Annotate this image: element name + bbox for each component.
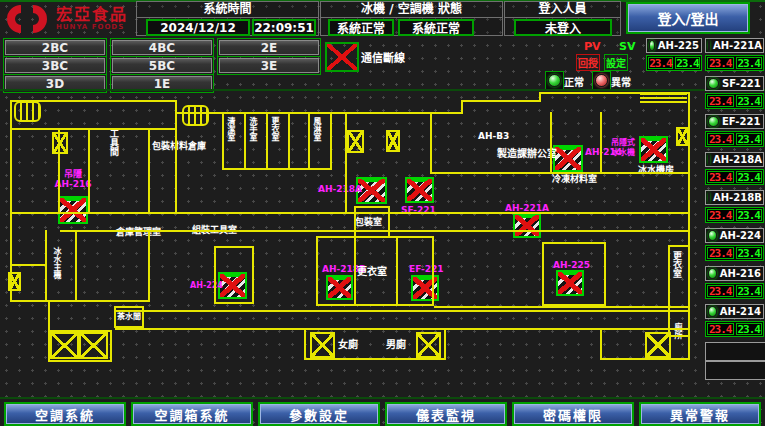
room-label-clean: 清潔室 (225, 117, 236, 159)
wall-segment (308, 112, 310, 170)
wall-segment (148, 230, 150, 302)
wall-segment (175, 112, 463, 114)
wall-segment (115, 328, 688, 330)
nav-hvac-system[interactable]: 空調系統 (6, 404, 124, 424)
nav-params-wrap: 參數設定 (258, 402, 380, 426)
floor-button-2bc[interactable]: 2BC (5, 40, 105, 55)
wall-segment (148, 128, 150, 214)
hmi-screen: 宏亞食品 HUNYA FOODS 系統時間 2024/12/12 22:09:5… (0, 0, 765, 426)
sv-name-label: 設定 (604, 54, 628, 71)
ahu-unit-chiller[interactable] (639, 136, 668, 163)
wall-segment (461, 100, 463, 114)
ahu-unit-ah-214[interactable] (553, 145, 583, 172)
wall-segment (214, 246, 216, 304)
floor-button-4bc-wrap: 4BC (110, 38, 214, 57)
wall-segment (461, 100, 541, 102)
floor-button-3bc[interactable]: 3BC (5, 58, 105, 73)
ahu-unit-ef-221[interactable] (411, 275, 439, 301)
comm-loss-label: 通信斷線 (361, 49, 405, 65)
ahu-unit-ah-216[interactable] (58, 196, 88, 224)
device-row-ah-225[interactable]: AH-225 (646, 38, 702, 53)
room-label-women-toilet: 女廁 (338, 340, 358, 350)
login-user-label: 登入人員 (505, 2, 620, 18)
device-status-led (708, 40, 710, 51)
wall-segment (541, 172, 688, 174)
ahu-unit-ah-218b[interactable] (326, 275, 353, 300)
nav-meter-monitor[interactable]: 儀表監視 (387, 404, 505, 424)
wall-segment (600, 112, 602, 174)
nav-abnormal-alarm[interactable]: 異常警報 (641, 404, 759, 424)
wall-segment (10, 212, 690, 214)
floor-button-2e[interactable]: 2E (219, 40, 319, 55)
floor-button-3e[interactable]: 3E (219, 58, 319, 73)
stair-icon (182, 105, 209, 126)
wall-segment (396, 236, 398, 306)
nav-ahu-wrap: 空調箱系統 (131, 402, 253, 426)
abnormal-label: 異常 (611, 74, 631, 89)
ahu-unit-ah-221a[interactable] (513, 213, 541, 238)
unit-label-ah-218a: AH-218A (318, 184, 362, 194)
wall-segment (600, 328, 602, 360)
roof-hatch-icon (640, 94, 687, 105)
wall-segment (668, 335, 688, 337)
wall-segment (266, 112, 268, 170)
login-user-value: 未登入 (514, 19, 612, 36)
wall-segment (10, 100, 12, 217)
nav-hvac-wrap: 空調系統 (4, 402, 126, 426)
ahu-unit-sf-221[interactable] (405, 177, 434, 203)
device-values-ah-225: 23.423.4 (646, 55, 702, 71)
room-label-men-toilet: 男廁 (386, 340, 406, 350)
floor-button-4bc[interactable]: 4BC (112, 40, 212, 55)
room-label-chiller-main: 冰水主機 (51, 247, 62, 299)
wall-segment (316, 236, 318, 306)
device-row-ah-221a[interactable]: AH-221A (705, 38, 764, 53)
device-name: AH-225 (658, 40, 699, 51)
nav-password-auth[interactable]: 密碼權限 (514, 404, 632, 424)
normal-led-wrap (545, 71, 564, 90)
wall-segment (345, 112, 347, 214)
sv-label: SV (619, 40, 635, 53)
device-sv-value[interactable]: 23.4 (736, 57, 763, 69)
room-label-tools: 工具間 (108, 129, 119, 177)
device-row-sf-221[interactable]: SF-221 (705, 76, 764, 91)
wall-segment (388, 206, 390, 238)
brand-name: 宏亞食品 (56, 7, 128, 23)
stair-icon (14, 101, 41, 122)
wall-segment (354, 236, 356, 306)
wall-segment (668, 245, 670, 337)
footer-separator (0, 397, 765, 399)
pv-name-label: 回授 (576, 54, 600, 71)
ahu-unit-ah-225[interactable] (556, 270, 584, 296)
device-sv-value[interactable]: 23.4 (675, 57, 700, 69)
wall-segment (10, 264, 47, 266)
nav-ahu-system[interactable]: 空調箱系統 (133, 404, 251, 424)
door-x-icon (50, 332, 79, 359)
system-time-value: 22:09:51 (252, 19, 316, 36)
wall-segment (60, 230, 688, 232)
wall-segment (668, 306, 688, 308)
brand-name-en: HUNYA FOODS (56, 23, 128, 31)
floor-button-5bc-wrap: 5BC (110, 56, 214, 75)
unit-label-ef-221: EF-221 (409, 264, 444, 274)
door-x-icon (645, 332, 671, 358)
floor-plan: 吊隱AH-216 AH-218A SF-221 AH-214 吊隱式冰水機 AH… (0, 91, 765, 397)
pv-label: PV (584, 40, 601, 53)
chiller-status-value: 系統正常 (328, 19, 394, 36)
room-label-washing: 洗手室 (247, 117, 258, 159)
login-logout-button[interactable]: 登入/登出 (628, 4, 748, 32)
door-x-icon (52, 132, 68, 154)
device-name: AH-221A (713, 40, 762, 51)
system-time-label: 系統時間 (137, 2, 318, 18)
wall-segment (316, 236, 434, 238)
nav-parameter-settings[interactable]: 參數設定 (260, 404, 378, 424)
door-x-icon (386, 130, 400, 152)
wall-segment (304, 328, 306, 360)
door-x-icon (347, 130, 364, 153)
door-x-icon (676, 127, 689, 146)
wall-segment (330, 112, 332, 170)
wall-segment (604, 242, 606, 306)
floor-button-5bc[interactable]: 5BC (112, 58, 212, 73)
wall-segment (10, 300, 150, 302)
floor-button-2e-wrap: 2E (217, 38, 321, 57)
wall-segment (434, 306, 688, 308)
